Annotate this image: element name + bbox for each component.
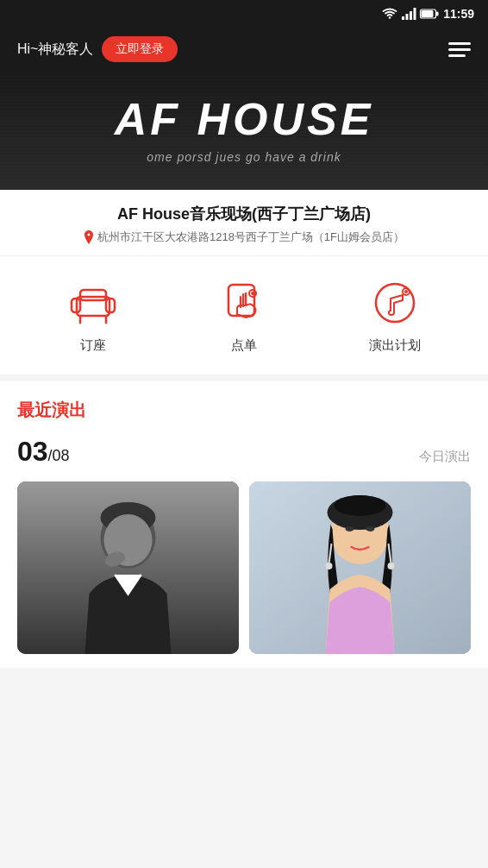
hero-section: AF HOUSE ome porsd jues go have a drink <box>0 76 488 190</box>
menu-line-3 <box>448 54 466 57</box>
svg-rect-0 <box>402 16 404 20</box>
action-booking[interactable]: 订座 <box>67 277 119 354</box>
hand-point-icon <box>222 280 266 326</box>
status-icons: 11:59 <box>382 7 474 21</box>
date-row: 03/08 今日演出 <box>17 436 471 468</box>
sofa-icon-wrap <box>67 277 119 329</box>
order-icon-wrap <box>218 277 270 329</box>
quick-actions: 订座 点单 <box>0 256 488 381</box>
svg-point-18 <box>404 290 408 293</box>
show-cards <box>17 481 471 654</box>
menu-button[interactable] <box>448 42 471 57</box>
show-card-1[interactable] <box>17 481 239 654</box>
sofa-icon <box>68 281 118 324</box>
svg-rect-3 <box>414 8 416 20</box>
show-date: 03/08 <box>17 436 70 468</box>
action-schedule[interactable]: 演出计划 <box>369 277 421 354</box>
venue-address: 杭州市江干区大农港路1218号西子丁兰广场（1F山姆会员店） <box>17 230 471 245</box>
venue-info: AF House音乐现场(西子丁兰广场店) 杭州市江干区大农港路1218号西子丁… <box>0 190 488 256</box>
greeting-area: Hi~神秘客人 立即登录 <box>17 36 178 62</box>
battery-icon <box>420 9 439 19</box>
performer-image-2 <box>249 481 471 654</box>
wifi-icon <box>382 8 397 20</box>
location-icon <box>84 230 94 244</box>
order-label: 点单 <box>231 337 257 354</box>
schedule-icon-wrap <box>369 277 421 329</box>
booking-label: 订座 <box>80 337 106 354</box>
show-card-2[interactable] <box>249 481 471 654</box>
schedule-label: 演出计划 <box>369 337 421 354</box>
svg-point-35 <box>366 526 375 531</box>
svg-rect-8 <box>80 290 106 300</box>
svg-rect-1 <box>406 14 409 20</box>
top-header: Hi~神秘客人 立即登录 <box>0 28 488 76</box>
greeting-text: Hi~神秘客人 <box>17 41 93 59</box>
signal-icon <box>402 8 416 20</box>
svg-rect-6 <box>422 10 434 17</box>
recent-shows-section: 最近演出 03/08 今日演出 <box>0 381 488 668</box>
svg-rect-2 <box>410 11 412 20</box>
svg-point-33 <box>388 563 395 569</box>
status-bar: 11:59 <box>0 0 488 28</box>
svg-point-15 <box>251 292 254 295</box>
address-text: 杭州市江干区大农港路1218号西子丁兰广场（1F山姆会员店） <box>97 230 404 245</box>
svg-point-34 <box>346 526 354 531</box>
svg-point-31 <box>326 563 333 569</box>
section-title: 最近演出 <box>17 399 471 422</box>
venue-name: AF House音乐现场(西子丁兰广场店) <box>17 204 471 224</box>
status-time: 11:59 <box>443 7 474 21</box>
hero-subtitle: ome porsd jues go have a drink <box>17 150 471 164</box>
login-button[interactable]: 立即登录 <box>102 36 178 62</box>
date-main: 03 <box>17 436 48 467</box>
menu-line-1 <box>448 42 471 45</box>
today-label: 今日演出 <box>419 449 471 465</box>
svg-rect-5 <box>436 12 439 16</box>
music-schedule-icon <box>372 280 418 326</box>
performer-image-1 <box>17 481 239 654</box>
action-order[interactable]: 点单 <box>218 277 270 354</box>
svg-point-29 <box>335 495 386 516</box>
hero-title: AF HOUSE <box>17 93 471 145</box>
menu-line-2 <box>448 48 471 51</box>
date-suffix: /08 <box>48 447 70 464</box>
